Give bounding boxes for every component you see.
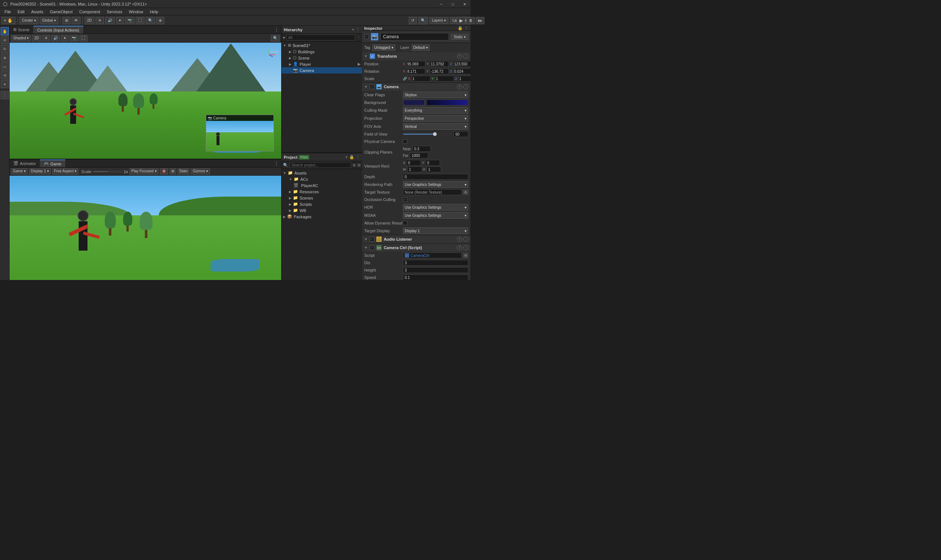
camera-enable-toggle[interactable]: ✓ — [370, 85, 374, 89]
tab-scene[interactable]: ⊞ Scene — [9, 26, 34, 34]
rect-tool[interactable]: ▭ — [1, 63, 9, 71]
play-focused-btn[interactable]: Play Focused ▾ — [129, 168, 158, 175]
camera-ctrl-help-btn[interactable]: ? — [457, 245, 462, 250]
scale-y-field[interactable] — [435, 76, 454, 82]
project-item-resources[interactable]: ▶ 📁 Resources — [282, 189, 362, 195]
project-lock-btn[interactable]: 🔒 — [349, 155, 354, 160]
transform-header[interactable]: ▼ ⤢ Transform ? ⋮ — [362, 52, 470, 60]
menu-window[interactable]: Window — [126, 9, 146, 15]
cam-btn-scene[interactable]: 📷 — [69, 35, 78, 42]
project-item-scenes[interactable]: ▶ 📁 Scenes — [282, 195, 362, 201]
audio-more-btn[interactable]: ⋮ — [463, 237, 468, 242]
global-toggle[interactable]: Global ▾ — [40, 17, 59, 24]
transform-tool[interactable]: ⟲ — [1, 71, 9, 79]
pause-button[interactable]: ⏸ — [466, 17, 470, 24]
gizmos-btn[interactable]: Gizmos ▾ — [191, 168, 210, 175]
clear-flags-dropdown[interactable]: Skybox ▾ — [403, 91, 468, 98]
tab-animator[interactable]: 🎬 Animator — [9, 160, 40, 167]
audio-listener-header[interactable]: ▼ ✓ 🎧 Audio Listener ? ⋮ — [362, 235, 470, 243]
object-name-field[interactable] — [380, 33, 449, 40]
2d-toggle[interactable]: 2D — [85, 17, 94, 24]
display-dropdown[interactable]: Display 1 ▾ — [29, 168, 51, 175]
minimize-button[interactable]: ─ — [435, 0, 447, 8]
vp-h-field[interactable] — [427, 166, 441, 172]
scale-slider[interactable] — [93, 171, 122, 172]
scene-search[interactable]: 🔍 — [271, 35, 280, 42]
transform-handles[interactable]: Center ▾ — [20, 17, 39, 24]
speed-field[interactable] — [403, 274, 468, 280]
camera-section-header[interactable]: ▼ ✓ 📷 Camera ? ⋮ — [362, 83, 470, 91]
search-icon-more[interactable]: ⊕ — [156, 17, 164, 24]
camera-more-btn[interactable]: ⋮ — [463, 84, 468, 89]
audio-toggle[interactable]: 🔊 — [105, 17, 115, 24]
pos-y-field[interactable] — [430, 61, 449, 67]
layers-dropdown[interactable]: Layers ▾ — [429, 17, 448, 24]
hdr-dropdown[interactable]: Use Graphics Settings ▾ — [403, 204, 468, 211]
projection-dropdown[interactable]: Perspective ▾ — [403, 115, 468, 122]
rot-x-field[interactable] — [406, 68, 425, 74]
transform-more-btn[interactable]: ⋮ — [463, 54, 468, 59]
dis-field[interactable] — [403, 260, 468, 266]
menu-component[interactable]: Component — [76, 9, 103, 15]
project-item-scripts[interactable]: ▶ 📁 Scripts — [282, 201, 362, 207]
fov-axis-dropdown[interactable]: Vertical ▾ — [403, 123, 468, 130]
fx-btn-scene[interactable]: ✦ — [61, 35, 68, 42]
project-item-acs[interactable]: ▼ 📁 ACs — [282, 176, 362, 182]
pos-z-field[interactable] — [453, 61, 470, 67]
project-add-btn[interactable]: + — [345, 155, 348, 160]
vp-w-field[interactable] — [407, 166, 422, 172]
fov-thumb[interactable] — [433, 132, 437, 136]
menu-gameobject[interactable]: GameObject — [47, 9, 76, 15]
project-item-assets[interactable]: ▼ 📁 Assets — [282, 170, 362, 176]
object-active-toggle[interactable]: ✓ — [364, 35, 369, 39]
tab-controls[interactable]: Controls (Input Actions) — [34, 26, 83, 34]
scene-gizmo[interactable]: Persp — [260, 46, 278, 64]
menu-assets[interactable]: Assets — [28, 9, 46, 15]
depth-field[interactable] — [403, 174, 468, 180]
background-color-swatch[interactable] — [403, 100, 425, 105]
search-scene-btn[interactable]: 🔍 — [146, 17, 155, 24]
scale-tool[interactable]: ⊕ — [1, 54, 9, 62]
scale-x-field[interactable] — [411, 76, 430, 82]
hierarchy-add-btn[interactable]: + — [352, 27, 354, 32]
light-btn-scene[interactable]: ☀ — [42, 35, 50, 42]
project-item-playerac[interactable]: 🎬 PlayerAC — [282, 182, 362, 189]
allow-dynamic-toggle[interactable] — [403, 221, 407, 225]
msaa-dropdown[interactable]: Use Graphics Settings ▾ — [403, 212, 468, 218]
play-button[interactable]: ▶ — [456, 17, 465, 24]
close-button[interactable]: ✕ — [459, 0, 470, 8]
2d-mode-btn[interactable]: 2D — [32, 35, 41, 42]
culling-mask-dropdown[interactable]: Everything ▾ — [403, 107, 468, 114]
camera-ctrl-more-btn[interactable]: ⋮ — [463, 245, 468, 250]
audio-btn-scene[interactable]: 🔊 — [51, 35, 60, 42]
pos-x-field[interactable] — [406, 61, 425, 67]
target-texture-field[interactable]: None (Render Texture) — [403, 189, 462, 195]
rendering-path-dropdown[interactable]: Use Graphics Settings ▾ — [403, 181, 468, 188]
script-field[interactable]: C# CameraCtrl — [403, 252, 462, 258]
audio-listener-toggle[interactable]: ✓ — [370, 237, 374, 242]
occlusion-culling-toggle[interactable]: ✓ — [403, 197, 407, 202]
hierarchy-item-camera[interactable]: ▶ 📷 Camera — [282, 67, 362, 74]
visibility-btn[interactable]: 👁 — [72, 17, 80, 24]
project-search[interactable] — [290, 162, 351, 168]
hierarchy-item-scene[interactable]: ▼ ⊞ Scene01* — [282, 42, 362, 49]
hierarchy-options-btn[interactable]: ⋮ — [356, 27, 360, 32]
project-search-more[interactable]: ⊕ — [353, 163, 356, 168]
lighting-toggle[interactable]: ☀ — [95, 17, 104, 24]
hand-tool[interactable]: ✋ — [1, 27, 9, 35]
aspect-dropdown[interactable]: Free Aspect ▾ — [52, 168, 78, 175]
scale-z-field[interactable] — [458, 76, 470, 82]
game-dropdown[interactable]: Game ▾ — [11, 168, 28, 175]
inspector-options-btn[interactable]: ⋮ — [464, 26, 468, 31]
shading-mode[interactable]: Shaded ▾ — [11, 35, 31, 42]
maximize-button[interactable]: □ — [447, 0, 459, 8]
transform-help-btn[interactable]: ? — [457, 54, 462, 59]
plastic-label[interactable]: Plast — [299, 155, 309, 160]
gizmos-btn-scene[interactable]: ⛶ — [79, 35, 88, 42]
far-value[interactable] — [410, 152, 428, 158]
move-tool[interactable]: ✛ — [1, 36, 9, 44]
camera-ctrl-header[interactable]: ▼ ✓ C# Camera Ctrl (Script) ? ⋮ — [362, 244, 470, 252]
tab-game[interactable]: 🎮 Game — [40, 160, 65, 167]
mute-btn[interactable]: 🔇 — [160, 168, 168, 175]
tag-dropdown[interactable]: Untagged ▾ — [372, 45, 395, 51]
